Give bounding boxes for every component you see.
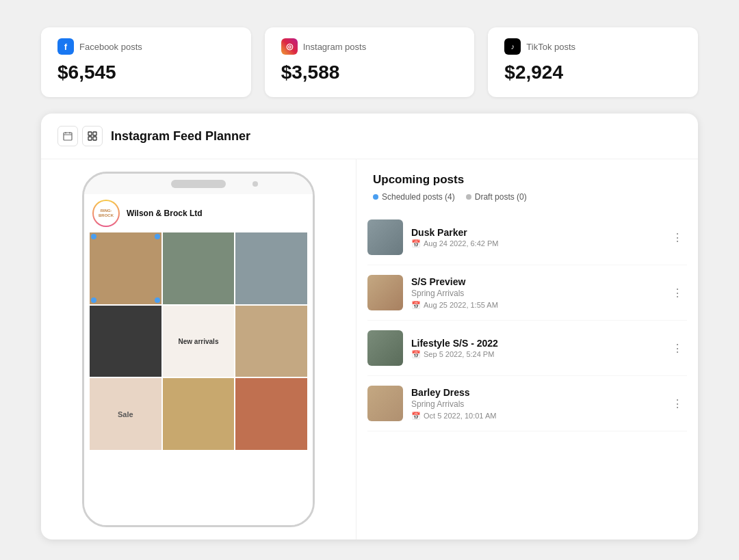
post-date-2: 📅 Sep 5 2022, 5:24 PM bbox=[411, 350, 660, 359]
post-thumbnail-0 bbox=[367, 219, 403, 255]
post-name-2: Lifestyle S/S - 2022 bbox=[411, 338, 660, 349]
stat-header-tt: ♪ TikTok posts bbox=[504, 38, 682, 55]
draft-legend: Draft posts (0) bbox=[466, 192, 527, 202]
calendar-icon-0: 📅 bbox=[411, 239, 421, 248]
grid-cell-8 bbox=[163, 378, 235, 450]
scheduled-dot bbox=[373, 194, 378, 200]
selection-dot-tl bbox=[91, 234, 96, 239]
instagram-stat-card: ◎ Instagram posts $3,588 bbox=[265, 27, 475, 97]
scheduled-legend: Scheduled posts (4) bbox=[373, 192, 455, 202]
post-item-3: Barley Dress Spring Arrivals 📅 Oct 5 202… bbox=[367, 376, 687, 431]
post-item-0: Dusk Parker 📅 Aug 24 2022, 6:42 PM ⋮ bbox=[367, 210, 687, 265]
post-date-text-0: Aug 24 2022, 6:42 PM bbox=[424, 239, 498, 248]
grid-cell-3 bbox=[235, 232, 307, 304]
planner-card: Instagram Feed Planner RING·BROCK Wilson… bbox=[41, 114, 698, 539]
post-date-text-3: Oct 5 2022, 10:01 AM bbox=[424, 412, 496, 420]
grid-cell-7: Sale bbox=[90, 378, 161, 450]
post-item-2: Lifestyle S/S - 2022 📅 Sep 5 2022, 5:24 … bbox=[367, 321, 687, 376]
selection-dot-bl bbox=[91, 297, 96, 303]
draft-dot bbox=[466, 194, 471, 200]
grid-cell-new-arrivals: New arrivals bbox=[163, 306, 235, 377]
post-subtitle-1: Spring Arrivals bbox=[411, 289, 660, 298]
posts-list: Dusk Parker 📅 Aug 24 2022, 6:42 PM ⋮ S/S… bbox=[356, 210, 698, 539]
post-date-text-1: Aug 25 2022, 1:55 AM bbox=[424, 301, 498, 309]
post-date-text-2: Sep 5 2022, 5:24 PM bbox=[424, 350, 494, 358]
grid-cell-inner-8 bbox=[163, 378, 235, 450]
stats-row: f Facebook posts $6,545 ◎ Instagram post… bbox=[41, 27, 698, 97]
profile-name: Wilson & Brock Ltd bbox=[127, 209, 203, 218]
svg-rect-0 bbox=[64, 133, 72, 140]
post-menu-button-1[interactable]: ⋮ bbox=[668, 283, 687, 302]
facebook-icon: f bbox=[57, 38, 74, 55]
facebook-label: Facebook posts bbox=[79, 42, 142, 52]
draft-label: Draft posts (0) bbox=[475, 192, 527, 202]
grid-cell-6 bbox=[235, 306, 307, 377]
tiktok-stat-card: ♪ TikTok posts $2,924 bbox=[488, 27, 698, 97]
posts-panel: Upcoming posts Scheduled posts (4) Draft… bbox=[356, 159, 698, 539]
calendar-icon-2: 📅 bbox=[411, 350, 421, 359]
grid-cell-9 bbox=[235, 378, 307, 450]
facebook-stat-card: f Facebook posts $6,545 bbox=[41, 27, 251, 97]
grid-cell-inner-1 bbox=[90, 232, 161, 304]
post-info-2: Lifestyle S/S - 2022 📅 Sep 5 2022, 5:24 … bbox=[411, 338, 660, 359]
post-menu-button-0[interactable]: ⋮ bbox=[668, 228, 687, 247]
instagram-icon: ◎ bbox=[281, 38, 298, 55]
tiktok-icon: ♪ bbox=[504, 38, 521, 55]
post-info-1: S/S Preview Spring Arrivals 📅 Aug 25 202… bbox=[411, 276, 660, 310]
instagram-label: Instagram posts bbox=[303, 42, 367, 52]
planner-header: Instagram Feed Planner bbox=[41, 114, 698, 159]
post-thumbnail-2 bbox=[367, 330, 403, 366]
phone-camera-dot bbox=[252, 181, 258, 187]
grid-cell-inner-3 bbox=[235, 232, 307, 304]
phone-notch-bar bbox=[84, 174, 313, 194]
facebook-value: $6,545 bbox=[57, 62, 235, 83]
calendar-icon-3: 📅 bbox=[411, 412, 421, 421]
tiktok-label: TikTok posts bbox=[526, 42, 575, 52]
post-date-3: 📅 Oct 5 2022, 10:01 AM bbox=[411, 412, 660, 421]
svg-rect-7 bbox=[93, 137, 96, 140]
posts-legend: Scheduled posts (4) Draft posts (0) bbox=[373, 192, 682, 202]
post-menu-button-3[interactable]: ⋮ bbox=[668, 394, 687, 413]
post-thumbnail-1 bbox=[367, 275, 403, 310]
post-subtitle-3: Spring Arrivals bbox=[411, 399, 660, 409]
avatar: RING·BROCK bbox=[92, 200, 120, 227]
view-toggle bbox=[57, 126, 103, 146]
posts-header: Upcoming posts Scheduled posts (4) Draft… bbox=[356, 159, 698, 210]
svg-rect-4 bbox=[88, 132, 92, 135]
scheduled-label: Scheduled posts (4) bbox=[382, 192, 455, 202]
post-menu-button-2[interactable]: ⋮ bbox=[668, 338, 687, 358]
grid-cell-4 bbox=[90, 306, 161, 377]
post-info-0: Dusk Parker 📅 Aug 24 2022, 6:42 PM bbox=[411, 227, 660, 248]
phone-mockup: RING·BROCK Wilson & Brock Ltd bbox=[82, 172, 315, 527]
grid-cell-inner-2 bbox=[163, 232, 235, 304]
instagram-grid: New arrivals Sale bbox=[90, 232, 307, 450]
phone-content: RING·BROCK Wilson & Brock Ltd bbox=[84, 194, 313, 525]
post-name-3: Barley Dress bbox=[411, 387, 660, 398]
calendar-view-button[interactable] bbox=[57, 126, 78, 146]
post-date-0: 📅 Aug 24 2022, 6:42 PM bbox=[411, 239, 660, 248]
post-name-0: Dusk Parker bbox=[411, 227, 660, 238]
stat-header-fb: f Facebook posts bbox=[57, 38, 235, 55]
phone-section: RING·BROCK Wilson & Brock Ltd bbox=[41, 159, 356, 539]
grid-view-button[interactable] bbox=[82, 126, 103, 146]
post-item-1: S/S Preview Spring Arrivals 📅 Aug 25 202… bbox=[367, 265, 687, 321]
post-thumbnail-3 bbox=[367, 386, 403, 421]
phone-profile: RING·BROCK Wilson & Brock Ltd bbox=[90, 194, 307, 232]
grid-cell-inner-6 bbox=[235, 306, 307, 377]
planner-title: Instagram Feed Planner bbox=[111, 129, 250, 144]
post-info-3: Barley Dress Spring Arrivals 📅 Oct 5 202… bbox=[411, 387, 660, 421]
planner-body: RING·BROCK Wilson & Brock Ltd bbox=[41, 159, 698, 539]
grid-cell-inner-4 bbox=[90, 306, 161, 377]
grid-cell-1 bbox=[90, 232, 161, 304]
post-name-1: S/S Preview bbox=[411, 276, 660, 287]
grid-cell-inner-9 bbox=[235, 378, 307, 450]
upcoming-posts-title: Upcoming posts bbox=[373, 173, 682, 187]
selection-dot-tr bbox=[155, 234, 160, 239]
grid-cell-5: New arrivals bbox=[163, 306, 235, 377]
grid-cell-2 bbox=[163, 232, 235, 304]
grid-cell-sale: Sale bbox=[90, 378, 161, 450]
post-date-1: 📅 Aug 25 2022, 1:55 AM bbox=[411, 301, 660, 310]
phone-notch bbox=[171, 180, 226, 188]
stat-header-ig: ◎ Instagram posts bbox=[281, 38, 458, 55]
calendar-icon-1: 📅 bbox=[411, 301, 421, 310]
